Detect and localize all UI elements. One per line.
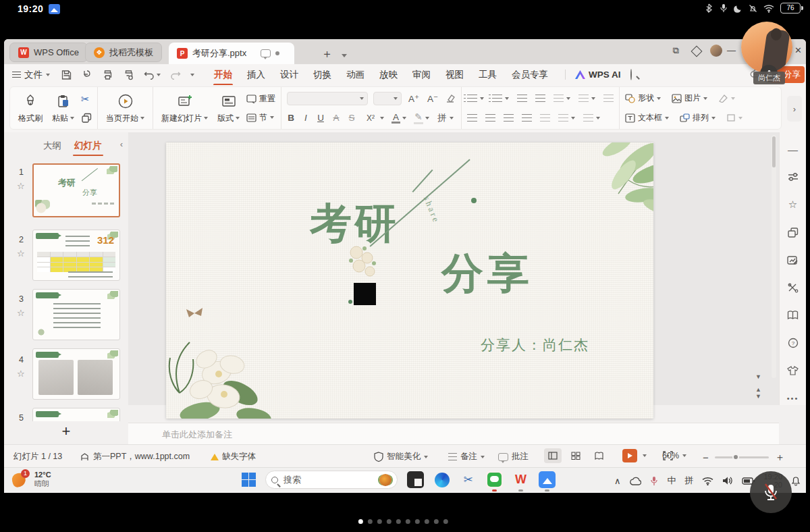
collapse-panel-button[interactable]: ‹ — [120, 139, 123, 149]
zoom-slider[interactable] — [715, 456, 769, 458]
favorite-star-icon[interactable]: ☆ — [17, 308, 25, 318]
paste-button[interactable]: 粘贴 — [49, 91, 77, 126]
docer-resources-icon[interactable]: ☆ — [787, 198, 799, 211]
align-center-button[interactable] — [485, 114, 495, 122]
hidden-icons-chevron[interactable]: ∧ — [614, 476, 621, 486]
zoom-in-button[interactable]: ＋ — [775, 451, 785, 464]
prev-slide-button[interactable]: ▼ — [755, 373, 761, 380]
bullet-list-button[interactable] — [467, 95, 477, 102]
tab-transition[interactable]: 切换 — [306, 65, 339, 84]
bold-button[interactable]: B — [287, 113, 295, 123]
favorite-star-icon[interactable]: ☆ — [17, 181, 25, 191]
fill-color-button[interactable] — [718, 94, 735, 103]
page-dot[interactable] — [425, 519, 429, 524]
slide-thumbnail-3[interactable] — [32, 289, 120, 340]
taskbar-weather-widget[interactable]: 1 12°C 晴朗 — [12, 471, 51, 488]
wps-taskbar-icon[interactable]: W — [512, 471, 529, 488]
wifi-tray-icon[interactable] — [702, 477, 713, 485]
page-dot[interactable] — [387, 519, 392, 524]
tab-slideshow[interactable]: 放映 — [372, 65, 405, 84]
outline-color-button[interactable] — [726, 113, 742, 122]
justify-button[interactable] — [522, 114, 532, 122]
file-explorer-icon[interactable] — [407, 471, 424, 488]
clear-format-icon[interactable] — [445, 94, 456, 103]
canvas-scrollbar[interactable] — [772, 135, 776, 378]
slides-tab[interactable]: 幻灯片 — [74, 140, 102, 152]
muted-mic-floating-button[interactable] — [750, 471, 792, 513]
export-icon[interactable] — [82, 70, 92, 80]
tab-member[interactable]: 会员专享 — [504, 65, 556, 84]
wps-ai-button[interactable]: WPS AI — [565, 70, 621, 80]
tab-wps-home[interactable]: W WPS Office — [9, 43, 88, 62]
window-minimize-button[interactable]: — — [727, 45, 736, 55]
reading-view-button[interactable] — [590, 448, 608, 463]
start-button[interactable] — [242, 473, 256, 487]
ime-language-indicator[interactable]: 中 — [667, 475, 676, 487]
picture-button[interactable]: 图片 — [672, 92, 707, 104]
file-menu[interactable]: 文件 — [12, 69, 50, 81]
presenter-text[interactable]: 分享人：尚仁杰 — [481, 336, 589, 354]
tab-insert[interactable]: 插入 — [240, 65, 273, 84]
page-dot[interactable] — [443, 519, 448, 524]
zoom-out-button[interactable]: − — [703, 452, 709, 463]
textbox-button[interactable]: 文本框 — [625, 112, 669, 124]
cutout-tool-icon[interactable] — [787, 282, 799, 294]
app-box-icon[interactable] — [691, 46, 703, 57]
tab-view[interactable]: 视图 — [438, 65, 471, 84]
edge-browser-icon[interactable] — [433, 471, 450, 488]
account-avatar[interactable] — [710, 45, 722, 57]
learning-center-icon[interactable] — [787, 309, 799, 321]
tab-animation[interactable]: 动画 — [339, 65, 372, 84]
notes-bar[interactable]: 单击此处添加备注 — [128, 423, 779, 444]
arrange-button[interactable]: 排列 — [680, 112, 716, 124]
favorite-star-icon[interactable]: ☆ — [17, 248, 25, 259]
next-slide-button[interactable]: ▲▼ — [755, 386, 761, 400]
strikethrough-button[interactable]: S — [348, 113, 356, 123]
page-dot[interactable] — [415, 519, 420, 524]
slide-thumbnail-4[interactable] — [32, 348, 120, 400]
line-spacing-button[interactable] — [558, 114, 568, 122]
page-dot[interactable] — [406, 519, 410, 524]
window-restore-icon[interactable]: ⧉ — [673, 45, 679, 56]
copy-button[interactable] — [81, 113, 92, 124]
print-preview-icon[interactable] — [123, 70, 134, 80]
align-left-button[interactable] — [467, 114, 477, 122]
volume-tray-icon[interactable] — [722, 476, 733, 485]
ime-pinyin-indicator[interactable]: 拼 — [684, 475, 693, 487]
font-color-button[interactable]: A — [392, 113, 400, 124]
black-square-shape[interactable] — [354, 283, 376, 305]
decrease-indent-button[interactable] — [517, 95, 527, 102]
print-icon[interactable] — [102, 70, 113, 80]
redo-button[interactable] — [170, 70, 181, 80]
onedrive-tray-icon[interactable] — [629, 477, 641, 485]
add-slide-button[interactable]: + — [62, 423, 71, 440]
ribbon-search-button[interactable] — [630, 70, 632, 80]
numbered-list-button[interactable] — [492, 95, 502, 102]
convert-smartart-button[interactable] — [603, 95, 614, 102]
tab-review[interactable]: 审阅 — [405, 65, 438, 84]
superscript-button[interactable]: X² — [363, 113, 378, 123]
phonetic-guide-button[interactable]: 拼 — [437, 112, 448, 124]
slideshow-play-button[interactable] — [622, 449, 637, 462]
cut-button[interactable]: ✂ — [81, 93, 92, 105]
save-icon[interactable] — [61, 70, 72, 80]
text-direction-button[interactable] — [554, 95, 564, 102]
tab-tools[interactable]: 工具 — [471, 65, 504, 84]
underline-button[interactable]: U — [317, 113, 325, 123]
slide-sorter-view-button[interactable] — [567, 448, 585, 463]
slide-title-right[interactable]: 分享 — [441, 245, 533, 302]
zoom-slider-knob[interactable] — [732, 454, 739, 460]
page-dot-active[interactable] — [358, 519, 363, 524]
comment-bubble-icon[interactable] — [261, 49, 271, 57]
slide-thumbnail-1[interactable]: 考研 分享 — [32, 163, 120, 217]
vertical-text-button[interactable] — [578, 95, 589, 102]
font-size-select[interactable] — [373, 92, 402, 105]
align-right-button[interactable] — [504, 114, 514, 122]
notification-bell-icon[interactable] — [791, 476, 801, 486]
undo-button[interactable] — [144, 70, 161, 80]
reset-slide-button[interactable]: 重置 — [246, 93, 275, 105]
skin-center-icon[interactable] — [787, 365, 799, 377]
page-dot[interactable] — [368, 519, 373, 524]
layers-pane-icon[interactable] — [787, 226, 799, 238]
font-family-select[interactable] — [287, 92, 368, 105]
